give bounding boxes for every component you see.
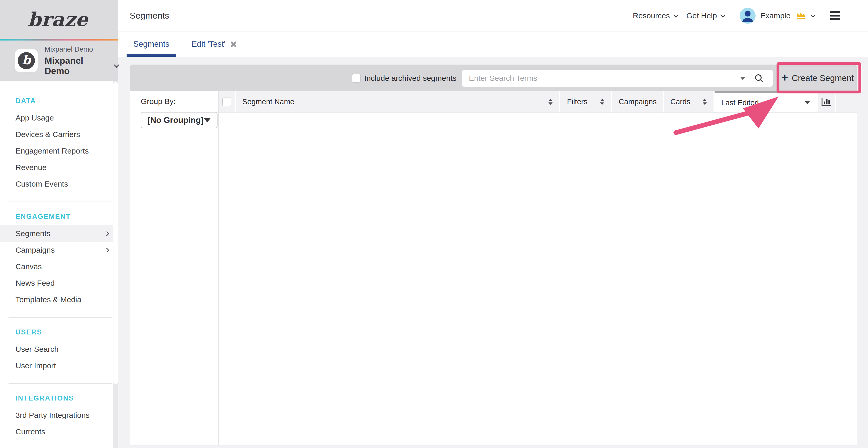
column-header-segment-name[interactable]: Segment Name — [236, 91, 559, 112]
column-header-last-edited[interactable]: Last Edited — [715, 91, 816, 112]
group-by-panel: Group By: [No Grouping] — [130, 91, 219, 445]
nav-section-users: USERS — [0, 326, 118, 338]
avatar — [740, 8, 755, 24]
tab-edit-test[interactable]: Edit 'Test' — [185, 32, 244, 57]
scrollbar-thumb[interactable] — [114, 82, 118, 384]
top-bar: Segments Resources Get Help Example — [118, 0, 868, 32]
nav-divider — [8, 317, 112, 318]
bar-chart-icon — [821, 97, 832, 107]
nav-section-engagement: ENGAGEMENT — [0, 211, 118, 222]
sidebar-item-label: User Import — [16, 361, 56, 370]
column-label: Campaigns — [619, 98, 657, 106]
segments-toolbar: Include archived segments + Create Segme… — [130, 65, 857, 91]
segments-table: Segment Name Filters Campaigns Cards — [219, 91, 857, 445]
sort-icon[interactable] — [600, 99, 604, 105]
column-header-filters[interactable]: Filters — [560, 91, 611, 112]
page-title: Segments — [130, 10, 169, 21]
sidebar-item-label: Templates & Media — [16, 295, 82, 304]
sidebar-item-label: Revenue — [16, 163, 46, 172]
sidebar-item-templates-media[interactable]: Templates & Media — [0, 291, 118, 308]
get-help-menu[interactable]: Get Help — [686, 11, 724, 20]
column-label: Segment Name — [242, 98, 294, 106]
user-menu[interactable]: Example — [734, 8, 815, 24]
group-by-value: [No Grouping] — [148, 115, 204, 125]
sort-icon[interactable] — [703, 99, 707, 105]
hamburger-menu-icon[interactable] — [830, 11, 840, 20]
segments-card: Include archived segments + Create Segme… — [130, 65, 857, 445]
braze-b-glyph: b — [22, 54, 31, 68]
sidebar-item-label: Currents — [16, 427, 45, 436]
sidebar-item-label: Segments — [16, 229, 51, 238]
sort-icon[interactable] — [549, 99, 553, 105]
create-segment-button[interactable]: + Create Segment — [780, 67, 855, 90]
sidebar-item-engagement-reports[interactable]: Engagement Reports — [0, 143, 118, 159]
search-input[interactable] — [462, 70, 773, 87]
crown-icon — [795, 11, 807, 20]
workspace-switcher[interactable]: b Mixpanel Demo Mixpanel Demo — [0, 40, 118, 81]
tab-segments[interactable]: Segments — [127, 32, 176, 57]
search-icon[interactable] — [754, 73, 764, 83]
braze-b-icon: b — [18, 52, 35, 69]
nav-section-data: DATA — [0, 95, 118, 107]
tab-label: Segments — [133, 39, 169, 49]
logo-area: braze — [0, 0, 118, 39]
column-label: Filters — [567, 98, 587, 106]
sidebar-item-label: Canvas — [16, 262, 42, 271]
dropdown-caret-icon[interactable] — [805, 101, 810, 104]
select-all-checkbox[interactable] — [222, 98, 231, 106]
person-icon — [740, 8, 755, 24]
sidebar-item-label: Engagement Reports — [16, 146, 89, 156]
sidebar-item-canvas[interactable]: Canvas — [0, 258, 118, 275]
workspace-texts: Mixpanel Demo Mixpanel Demo — [44, 45, 118, 76]
resources-menu[interactable]: Resources — [633, 11, 677, 20]
group-by-select[interactable]: [No Grouping] — [141, 112, 218, 128]
sidebar-item-user-search[interactable]: User Search — [0, 341, 118, 357]
chevron-right-icon — [104, 231, 109, 236]
plus-icon: + — [781, 72, 788, 83]
user-name: Example — [760, 11, 790, 20]
sidebar-item-app-usage[interactable]: App Usage — [0, 110, 118, 126]
search-dropdown-caret-icon[interactable] — [740, 77, 745, 80]
sidebar-item-label: Custom Events — [16, 180, 68, 188]
sidebar-item-devices-carriers[interactable]: Devices & Carriers — [0, 126, 118, 143]
main-area: Segments Resources Get Help Example — [118, 0, 868, 448]
sidebar-item-label: Campaigns — [16, 246, 55, 254]
sidebar-item-custom-events[interactable]: Custom Events — [0, 176, 118, 192]
column-header-analytics[interactable] — [817, 91, 835, 112]
sidebar-item-label: Devices & Carriers — [16, 130, 80, 139]
chevron-down-icon — [673, 12, 678, 18]
sidebar-item-user-import[interactable]: User Import — [0, 357, 118, 374]
sidebar-scrollbar[interactable] — [113, 81, 118, 448]
content-area: Include archived segments + Create Segme… — [118, 57, 868, 448]
dropdown-caret-icon — [204, 118, 211, 122]
search-box — [462, 70, 773, 87]
resources-label: Resources — [633, 11, 670, 20]
create-segment-label: Create Segment — [792, 73, 854, 83]
column-header-campaigns[interactable]: Campaigns — [612, 91, 663, 112]
sidebar-item-news-feed[interactable]: News Feed — [0, 275, 118, 291]
sidebar-item-3rd-party-integrations[interactable]: 3rd Party Integrations — [0, 407, 118, 423]
chevron-down-icon — [810, 12, 815, 18]
sidebar-item-label: News Feed — [16, 279, 55, 287]
braze-logo: braze — [28, 8, 91, 30]
get-help-label: Get Help — [686, 11, 717, 20]
nav-section-integrations: INTEGRATIONS — [0, 392, 118, 404]
close-icon[interactable] — [230, 40, 237, 48]
brand-gradient-bar — [0, 39, 118, 40]
sidebar-item-label: User Search — [16, 345, 59, 353]
card-body: Group By: [No Grouping] Segment Name — [130, 91, 857, 445]
sidebar-item-currents[interactable]: Currents — [0, 423, 118, 440]
column-header-cards[interactable]: Cards — [664, 91, 714, 112]
sidebar-item-segments[interactable]: Segments — [0, 225, 118, 242]
sidebar-item-campaigns[interactable]: Campaigns — [0, 242, 118, 258]
sidebar-item-revenue[interactable]: Revenue — [0, 159, 118, 176]
chevron-down-icon — [720, 12, 725, 18]
chevron-right-icon — [104, 248, 109, 252]
include-archived-checkbox[interactable] — [352, 74, 361, 82]
table-body-empty — [219, 112, 857, 445]
sidebar-item-label: 3rd Party Integrations — [16, 411, 90, 420]
select-all-cell — [219, 91, 235, 112]
sidebar: braze b Mixpanel Demo Mixpanel Demo DATA… — [0, 0, 118, 448]
chevron-down-icon — [114, 63, 119, 68]
include-archived-label: Include archived segments — [364, 74, 457, 82]
